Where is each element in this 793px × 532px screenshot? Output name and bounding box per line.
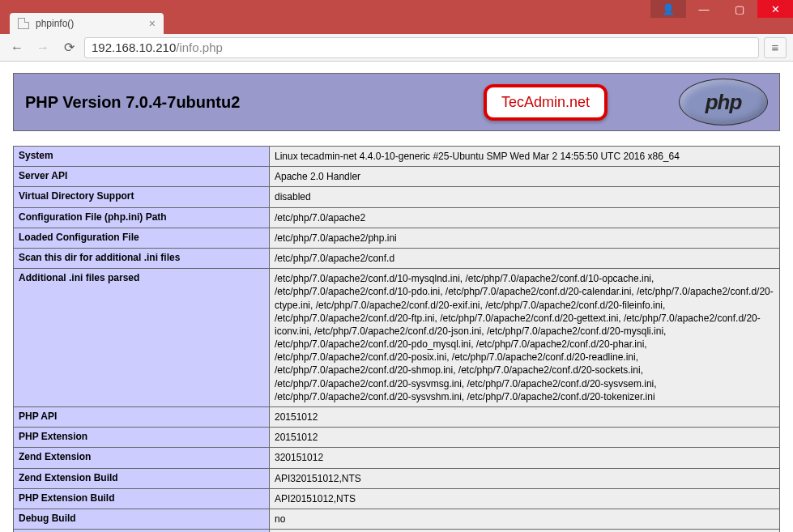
config-key: Thread Safety bbox=[14, 530, 270, 532]
config-value: 320151012 bbox=[270, 448, 780, 468]
php-version-title: PHP Version 7.0.4-7ubuntu2 bbox=[25, 93, 240, 112]
config-value: no bbox=[270, 509, 780, 529]
table-row: Configuration File (php.ini) Path/etc/ph… bbox=[14, 207, 780, 228]
url-input[interactable]: 192.168.10.210/info.php bbox=[84, 37, 759, 58]
address-bar: ← → ⟳ 192.168.10.210/info.php ≡ bbox=[0, 34, 793, 62]
config-key: Loaded Configuration File bbox=[14, 228, 270, 248]
config-key: PHP Extension Build bbox=[14, 488, 270, 509]
table-row: PHP Extension BuildAPI20151012,NTS bbox=[14, 488, 780, 509]
table-row: Loaded Configuration File/etc/php/7.0/ap… bbox=[14, 228, 780, 248]
table-row: Zend Extension320151012 bbox=[14, 448, 780, 468]
config-value: Linux tecadmin-net 4.4.0-10-generic #25-… bbox=[270, 147, 780, 167]
tecadmin-watermark: TecAdmin.net bbox=[484, 84, 608, 121]
table-row: Virtual Directory Supportdisabled bbox=[14, 187, 780, 207]
close-button[interactable]: ✕ bbox=[757, 0, 793, 18]
browser-tab[interactable]: phpinfo() × bbox=[10, 13, 164, 34]
php-logo: php bbox=[679, 79, 768, 126]
config-key: Zend Extension bbox=[14, 448, 270, 468]
minimize-button[interactable]: — bbox=[686, 0, 722, 18]
config-value: /etc/php/7.0/apache2/php.ini bbox=[270, 228, 780, 248]
config-key: Server API bbox=[14, 167, 270, 187]
config-key: Zend Extension Build bbox=[14, 468, 270, 488]
table-row: Server APIApache 2.0 Handler bbox=[14, 167, 780, 187]
config-key: PHP API bbox=[14, 407, 270, 428]
config-key: Virtual Directory Support bbox=[14, 187, 270, 207]
config-value: API320151012,NTS bbox=[270, 468, 780, 488]
tab-close-icon[interactable]: × bbox=[149, 17, 156, 30]
php-logo-icon: php bbox=[679, 79, 768, 126]
config-key: System bbox=[14, 147, 270, 167]
config-key: Additional .ini files parsed bbox=[14, 269, 270, 407]
browser-menu-button[interactable]: ≡ bbox=[764, 37, 787, 58]
config-value: 20151012 bbox=[270, 428, 780, 448]
url-domain: 192.168.10.210 bbox=[92, 40, 176, 54]
table-row: PHP API20151012 bbox=[14, 407, 780, 428]
config-key: Configuration File (php.ini) Path bbox=[14, 207, 270, 228]
forward-button[interactable]: → bbox=[32, 37, 53, 58]
table-row: Zend Extension BuildAPI320151012,NTS bbox=[14, 468, 780, 488]
page-content: PHP Version 7.0.4-7ubuntu2 TecAdmin.net … bbox=[0, 62, 793, 532]
table-row: Debug Buildno bbox=[14, 509, 780, 529]
phpinfo-table: SystemLinux tecadmin-net 4.4.0-10-generi… bbox=[13, 146, 780, 532]
table-row: Additional .ini files parsed/etc/php/7.0… bbox=[14, 269, 780, 407]
table-row: Scan this dir for additional .ini files/… bbox=[14, 248, 780, 268]
config-key: Debug Build bbox=[14, 509, 270, 529]
config-value: 20151012 bbox=[270, 407, 780, 428]
config-key: Scan this dir for additional .ini files bbox=[14, 248, 270, 268]
config-value: /etc/php/7.0/apache2/conf.d/10-mysqlnd.i… bbox=[270, 269, 780, 407]
config-key: PHP Extension bbox=[14, 428, 270, 448]
config-value: /etc/php/7.0/apache2 bbox=[270, 207, 780, 228]
table-row: Thread Safetydisabled bbox=[14, 530, 780, 532]
config-value: API20151012,NTS bbox=[270, 488, 780, 509]
url-path: /info.php bbox=[176, 40, 223, 54]
back-button[interactable]: ← bbox=[6, 37, 28, 58]
tab-title: phpinfo() bbox=[36, 18, 74, 29]
table-row: SystemLinux tecadmin-net 4.4.0-10-generi… bbox=[14, 147, 780, 167]
table-row: PHP Extension20151012 bbox=[14, 428, 780, 448]
php-header: PHP Version 7.0.4-7ubuntu2 TecAdmin.net … bbox=[13, 73, 780, 131]
config-value: Apache 2.0 Handler bbox=[270, 167, 780, 187]
config-value: /etc/php/7.0/apache2/conf.d bbox=[270, 248, 780, 268]
page-icon bbox=[18, 18, 29, 29]
user-icon[interactable]: 👤 bbox=[650, 0, 686, 18]
reload-button[interactable]: ⟳ bbox=[58, 37, 79, 58]
window-controls: 👤 — ▢ ✕ bbox=[650, 0, 793, 18]
config-value: disabled bbox=[270, 187, 780, 207]
maximize-button[interactable]: ▢ bbox=[722, 0, 757, 18]
config-value: disabled bbox=[270, 530, 780, 532]
